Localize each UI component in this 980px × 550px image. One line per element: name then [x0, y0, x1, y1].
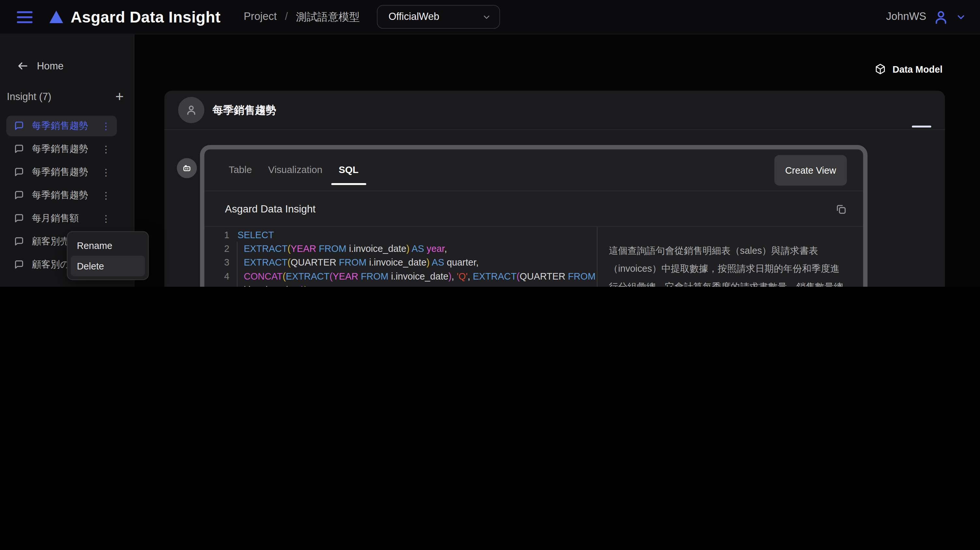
code-text: EXTRACT(YEAR FROM i.invoice_date) AS yea… — [237, 242, 597, 256]
chat-bubble-icon — [14, 190, 24, 201]
sidebar-item-insight-4[interactable]: 每季銷售趨勢⋮ — [6, 185, 117, 206]
data-model-button[interactable]: Data Model — [875, 63, 943, 75]
top-bar: Asgard Data Insight Project / 測試語意模型 Off… — [0, 0, 980, 35]
kebab-menu-icon[interactable]: ⋮ — [99, 120, 113, 132]
insight-item-label: 每季銷售趨勢 — [32, 120, 88, 132]
result-card: TableVisualizationSQL Create View Asgard… — [200, 145, 868, 287]
line-number: 3 — [204, 256, 229, 269]
sql-header: Asgard Data Insight — [204, 191, 863, 227]
chat-bubble-icon — [14, 144, 24, 154]
line-number: 1 — [204, 228, 229, 242]
breadcrumb: Project / 測試語意模型 — [244, 10, 360, 24]
chat-header: 每季銷售趨勢 — [164, 91, 945, 130]
code-text: SELECT — [237, 228, 597, 242]
bot-avatar-icon — [177, 158, 197, 178]
model-select-value: OfficialWeb — [388, 11, 439, 23]
kebab-menu-icon[interactable]: ⋮ — [99, 190, 113, 201]
sql-header-title: Asgard Data Insight — [225, 203, 316, 215]
copy-icon[interactable] — [835, 203, 847, 215]
arrow-left-icon — [17, 60, 29, 72]
kebab-menu-icon[interactable]: ⋮ — [99, 167, 113, 178]
chat-title: 每季銷售趨勢 — [212, 103, 276, 117]
breadcrumb-project[interactable]: Project — [244, 11, 277, 23]
tab-sql[interactable]: SQL — [339, 149, 358, 191]
breadcrumb-separator: / — [285, 11, 288, 23]
model-select-dropdown[interactable]: OfficialWeb — [377, 5, 500, 29]
tab-visualization[interactable]: Visualization — [268, 149, 322, 191]
code-text: CONCAT(EXTRACT(YEAR FROM i.invoice_date)… — [237, 269, 597, 287]
tabs: TableVisualizationSQL — [229, 149, 358, 191]
code-line: 1SELECT — [204, 228, 597, 242]
cube-icon — [875, 63, 886, 75]
insight-item-label: 每月銷售額 — [32, 213, 79, 224]
chevron-down-icon — [956, 11, 966, 22]
sql-body: 1SELECT2EXTRACT(YEAR FROM i.invoice_date… — [204, 227, 863, 287]
context-menu: RenameDelete — [67, 231, 149, 280]
app-logo-icon — [49, 11, 63, 23]
scroll-indicator — [912, 126, 931, 128]
context-menu-delete[interactable]: Delete — [71, 256, 145, 276]
chat-bubble-icon — [14, 121, 24, 131]
line-number: 2 — [204, 242, 229, 256]
app-root: Asgard Data Insight Project / 測試語意模型 Off… — [0, 0, 980, 287]
kebab-menu-icon[interactable]: ⋮ — [99, 143, 113, 155]
create-view-button[interactable]: Create View — [775, 155, 847, 185]
sidebar-item-insight-5[interactable]: 每月銷售額⋮ — [6, 208, 117, 229]
chat-bubble-icon — [14, 213, 24, 224]
user-name: JohnWS — [886, 11, 926, 23]
data-model-label: Data Model — [892, 64, 942, 75]
chat-bubble-icon — [14, 167, 24, 178]
user-avatar — [178, 97, 205, 123]
tab-table[interactable]: Table — [229, 149, 252, 191]
chevron-down-icon — [482, 12, 491, 22]
insight-item-label: 顧客別売 — [32, 235, 69, 247]
hamburger-menu-icon[interactable] — [17, 11, 33, 23]
sidebar-item-insight-3[interactable]: 每季銷售趨勢⋮ — [6, 162, 117, 183]
code-line: 2EXTRACT(YEAR FROM i.invoice_date) AS ye… — [204, 242, 597, 256]
breadcrumb-page: 測試語意模型 — [296, 10, 360, 24]
context-menu-rename[interactable]: Rename — [71, 235, 145, 256]
sql-code-block: 1SELECT2EXTRACT(YEAR FROM i.invoice_date… — [204, 227, 597, 287]
sidebar-item-insight-2[interactable]: 每季銷售趨勢⋮ — [6, 139, 117, 159]
home-label: Home — [37, 60, 64, 72]
home-button[interactable]: Home — [0, 35, 134, 72]
tabs-row: TableVisualizationSQL Create View — [204, 149, 863, 191]
insight-header: Insight (7) + — [7, 88, 124, 105]
line-number: 4 — [204, 269, 229, 287]
indent-guide — [237, 242, 237, 287]
chat-bubble-icon — [14, 259, 24, 270]
insight-item-label: 每季銷售趨勢 — [32, 143, 88, 155]
app-title: Asgard Data Insight — [71, 8, 221, 26]
code-line: 4CONCAT(EXTRACT(YEAR FROM i.invoice_date… — [204, 269, 597, 287]
insight-item-label: 每季銷售趨勢 — [32, 189, 88, 201]
kebab-menu-icon[interactable]: ⋮ — [99, 213, 113, 224]
code-text: EXTRACT(QUARTER FROM i.invoice_date) AS … — [237, 256, 597, 269]
chat-panel: 每季銷售趨勢 TableVisualizationSQL Create View… — [164, 91, 945, 287]
sidebar-item-insight-1[interactable]: 每季銷售趨勢⋮ — [6, 116, 117, 136]
code-line: 3EXTRACT(QUARTER FROM i.invoice_date) AS… — [204, 256, 597, 269]
user-menu[interactable]: JohnWS — [886, 8, 966, 25]
sql-explanation: 這個查詢語句會從銷售明細表（sales）與請求書表（invoices）中提取數據… — [597, 227, 863, 287]
insight-item-label: 每季銷售趨勢 — [32, 166, 88, 178]
add-insight-button[interactable]: + — [115, 88, 124, 105]
main-area: Data Model 每季銷售趨勢 TableVisualizationSQL … — [135, 35, 980, 287]
user-avatar-icon — [932, 8, 950, 25]
chat-content: TableVisualizationSQL Create View Asgard… — [164, 145, 945, 287]
chat-bubble-icon — [14, 236, 24, 247]
insight-header-label: Insight (7) — [7, 91, 51, 102]
